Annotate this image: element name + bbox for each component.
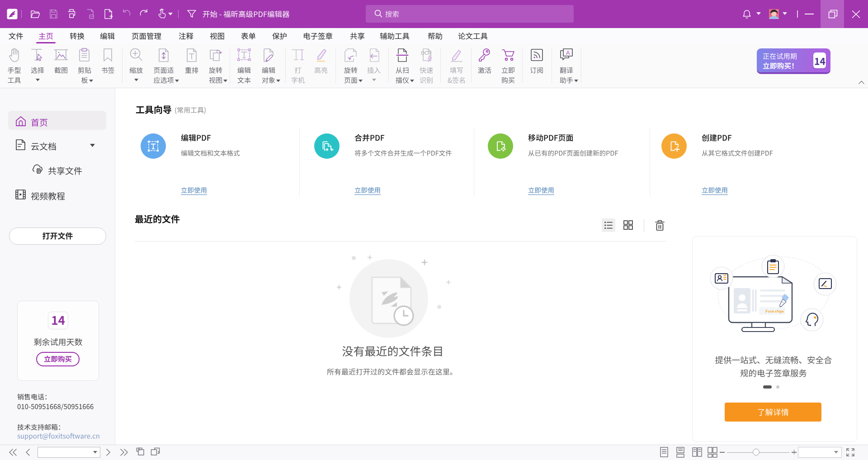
svg-text:OCR: OCR [421,50,432,56]
svg-text:Foxit eSign: Foxit eSign [765,309,784,313]
svg-text:A: A [566,50,570,56]
